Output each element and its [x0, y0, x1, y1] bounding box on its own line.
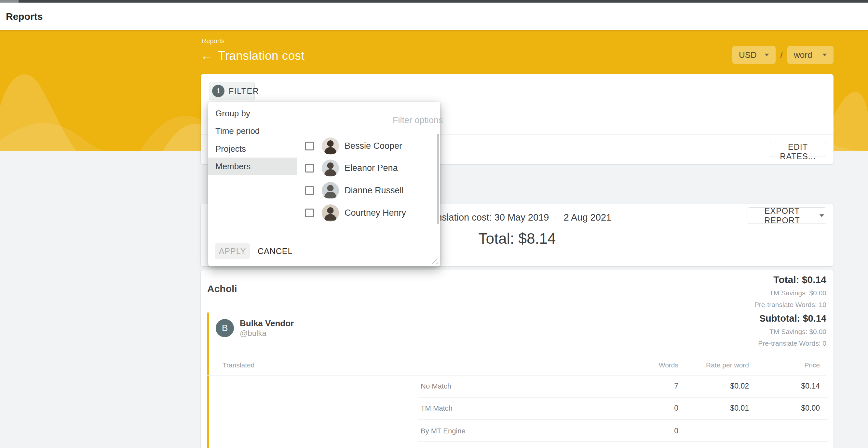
member-avatar — [322, 160, 339, 177]
member-name: Courtney Henry — [344, 208, 406, 218]
table-cell-words: 0 — [674, 426, 678, 435]
member-name: Dianne Russell — [344, 185, 404, 196]
report-name-title: Translation cost — [218, 49, 305, 63]
filter-options-search-input[interactable] — [393, 113, 506, 128]
member-option-row[interactable]: Eleanor Pena — [298, 157, 438, 179]
vendor-totals-block: Subtotal: $0.14 TM Savings: $0.00 Pre-tr… — [758, 313, 826, 347]
filter-menu-item-projects[interactable]: Projects — [208, 140, 297, 158]
edit-rates-button[interactable]: EDIT RATES... — [770, 142, 826, 157]
currency-value: USD — [739, 50, 757, 60]
app-topbar: Reports — [0, 3, 868, 30]
filter-button[interactable]: 1 FILTER — [209, 82, 255, 100]
column-header-translated: Translated — [222, 361, 254, 369]
unit-select[interactable]: word — [787, 46, 834, 64]
member-option-row[interactable]: Dianne Russell — [298, 179, 438, 201]
table-cell-price: $0.14 — [801, 382, 820, 390]
column-header-price: Price — [804, 361, 820, 369]
table-row-label: No Match — [421, 382, 451, 390]
unit-value: word — [794, 50, 812, 60]
filter-menu-item-members[interactable]: Members — [208, 158, 297, 175]
back-arrow-icon[interactable]: ← — [201, 50, 212, 62]
table-cell-words: 0 — [674, 404, 678, 413]
table-cell-price: $0.00 — [801, 404, 820, 413]
divider — [418, 397, 828, 398]
member-checkbox[interactable] — [305, 142, 314, 150]
export-report-label: EXPORT REPORT — [750, 206, 814, 225]
vendor-accent-bar — [207, 313, 209, 448]
caret-down-icon — [819, 214, 824, 217]
unit-selectors: USD / word — [732, 46, 834, 64]
table-cell-rate: $0.02 — [730, 382, 749, 390]
member-checkbox[interactable] — [305, 186, 314, 195]
window-top-strip-segment — [0, 0, 19, 3]
table-cell-rate: $0.01 — [730, 404, 749, 413]
vendor-avatar: B — [216, 319, 234, 337]
divider — [207, 375, 826, 376]
member-name: Bessie Cooper — [344, 141, 402, 151]
divider — [208, 235, 440, 235]
language-totals-block: Total: $0.14 TM Savings: $0.00 Pre-trans… — [754, 274, 826, 309]
table-row-label: By MT Engine — [421, 427, 466, 435]
vendor-username: @bulka — [240, 329, 267, 338]
member-checkbox[interactable] — [305, 209, 314, 217]
member-option-row[interactable]: Bessie Cooper — [298, 135, 438, 157]
member-avatar — [322, 137, 339, 154]
filter-menu-item-time-period[interactable]: Time period — [208, 122, 297, 140]
window-top-strip — [0, 0, 868, 3]
language-name: Acholi — [207, 283, 237, 294]
vendor-tm-savings: TM Savings: $0.00 — [758, 328, 826, 336]
cancel-button[interactable]: CANCEL — [256, 243, 294, 259]
filter-category-menu: Group by Time period Projects Members — [208, 102, 297, 235]
language-breakdown-card: Total: $0.14 TM Savings: $0.00 Pre-trans… — [201, 270, 834, 448]
member-avatar — [322, 204, 339, 221]
member-option-row[interactable]: Courtney Henry — [298, 202, 438, 224]
caret-down-icon — [765, 54, 769, 56]
breadcrumb[interactable]: Reports — [202, 37, 224, 45]
options-scrollbar-thumb[interactable] — [437, 134, 439, 224]
page-title: Reports — [6, 11, 42, 22]
member-avatar — [322, 182, 339, 199]
language-pretranslate-words: Pre-translate Words: 10 — [754, 301, 826, 309]
vendor-subtotal: Subtotal: $0.14 — [758, 313, 826, 324]
column-header-rate-per-word: Rate per word — [706, 361, 749, 369]
unit-separator: / — [776, 50, 787, 60]
member-name: Eleanor Pena — [344, 163, 398, 173]
filter-dropdown-panel: Group by Time period Projects Members Be… — [208, 102, 440, 266]
filter-menu-item-group-by[interactable]: Group by — [208, 105, 297, 122]
vendor-pretranslate-words: Pre-translate Words: 0 — [758, 340, 826, 347]
table-row-label: TM Match — [421, 404, 453, 413]
member-checkbox[interactable] — [305, 164, 314, 173]
export-report-button[interactable]: EXPORT REPORT — [748, 207, 826, 224]
apply-button[interactable]: APPLY — [215, 243, 250, 259]
caret-down-icon — [823, 54, 827, 56]
filter-count-badge: 1 — [212, 85, 224, 97]
divider — [418, 441, 828, 442]
filter-button-label: FILTER — [229, 87, 259, 96]
language-tm-savings: TM Savings: $0.00 — [754, 289, 826, 297]
currency-select[interactable]: USD — [732, 46, 776, 64]
reports-page: Reports Reports ← Translation cost USD /… — [0, 0, 868, 448]
divider — [418, 419, 828, 420]
vendor-name: Bulka Vendor — [240, 318, 294, 329]
column-header-words: Words — [659, 361, 678, 369]
language-total: Total: $0.14 — [754, 274, 826, 285]
resize-handle-icon[interactable] — [432, 259, 438, 265]
table-cell-words: 7 — [674, 382, 678, 390]
